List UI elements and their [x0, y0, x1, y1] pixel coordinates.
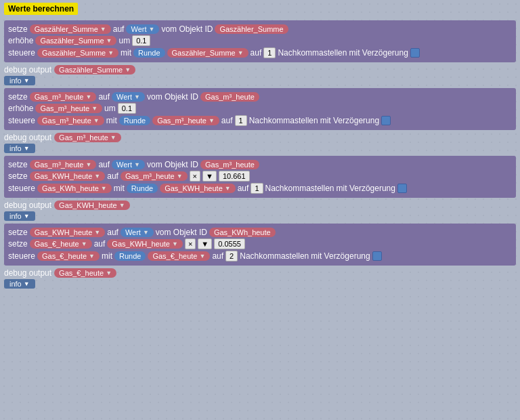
info-row-1: info ▼ — [4, 76, 516, 85]
checkbox-verz-3[interactable] — [397, 184, 407, 193]
debug-label-1: debug output — [4, 65, 51, 75]
pill-objekt-gaszaehler[interactable]: Gaszähler_Summe — [215, 24, 288, 34]
row-steuere-3: steuere Gas_KWh_heute ▼ mit Runde Gas_KW… — [8, 183, 512, 194]
info-button-3[interactable]: info ▼ — [4, 211, 35, 221]
value-0555[interactable]: 0.0555 — [214, 238, 245, 249]
row-setze-4a: setze Gas_KWH_heute ▼ auf Wert ▼ vom Obj… — [8, 228, 512, 237]
pill-gas-euro-4b[interactable]: Gas_€_heute ▼ — [30, 239, 92, 249]
pill-gaszaehler-summe-1[interactable]: Gaszähler_Summe ▼ — [30, 24, 111, 34]
row-setze-1: setze Gaszähler_Summe ▼ auf Wert ▼ vom O… — [8, 24, 512, 34]
label-nachkomma-1: Nachkommastellen — [278, 48, 347, 58]
pill-wert-4a[interactable]: Wert ▼ — [121, 228, 154, 237]
pill-runde-gas-m3[interactable]: Gas_m³_heute ▼ — [152, 116, 219, 125]
pill-wert-3a[interactable]: Wert ▼ — [112, 160, 145, 169]
label-steuere-1: steuere — [8, 48, 35, 58]
label-setze-4b: setze — [8, 239, 28, 249]
row-erhoehe-1: erhöhe Gaszähler_Summe ▼ um 0.1 — [8, 35, 512, 46]
pill-gas-m3-3a[interactable]: Gas_m³_heute ▼ — [30, 160, 97, 169]
info-row-3: info ▼ — [4, 211, 516, 221]
value-2-4[interactable]: 2 — [225, 251, 238, 261]
label-steuere-4: steuere — [8, 251, 35, 261]
pill-steuere-gaszaehler[interactable]: Gaszähler_Summe ▼ — [37, 48, 118, 58]
checkbox-verz-4[interactable] — [372, 251, 382, 261]
pill-runde-4[interactable]: Runde — [114, 251, 146, 261]
label-vom-2: vom Objekt ID — [147, 92, 198, 102]
label-um-2: um — [104, 104, 116, 113]
checkbox-verz-1[interactable] — [410, 48, 420, 58]
label-um-1: um — [118, 36, 130, 45]
label-auf-3b: auf — [107, 171, 118, 181]
label-auf-3a: auf — [98, 160, 110, 169]
pill-runde-gaszaehler[interactable]: Gaszähler_Summe ▼ — [167, 48, 248, 58]
value-01-1[interactable]: 0.1 — [132, 35, 150, 46]
op-multiply-4[interactable]: × — [185, 238, 196, 249]
debug-section-1: debug output Gaszähler_Summe ▼ info ▼ — [4, 65, 516, 85]
row-steuere-1: steuere Gaszähler_Summe ▼ mit Runde Gasz… — [8, 47, 512, 58]
label-mit-3: mit — [114, 184, 125, 193]
label-steuere-2: steuere — [8, 116, 35, 125]
info-button-4[interactable]: info ▼ — [4, 279, 35, 289]
pill-runde-gas-euro[interactable]: Gas_€_heute ▼ — [148, 251, 210, 261]
label-setze-4a: setze — [8, 228, 28, 237]
label-mit-1: mit — [121, 48, 131, 58]
pill-objekt-gas-kwh-4[interactable]: Gas_KWh_heute — [209, 228, 276, 237]
pill-runde-gas-kwh[interactable]: Gas_KWH_heute ▼ — [160, 184, 236, 193]
debug-section-3: debug output Gas_KWH_heute ▼ info ▼ — [4, 201, 516, 221]
pill-runde-1[interactable]: Runde — [133, 48, 165, 58]
label-erhoehe-1: erhöhe — [8, 36, 33, 45]
label-setze-3a: setze — [8, 160, 28, 169]
pill-wert-2[interactable]: Wert ▼ — [112, 92, 145, 102]
pill-runde-3[interactable]: Runde — [127, 184, 158, 193]
pill-gas-m3-3b[interactable]: Gas_m³_heute ▼ — [121, 171, 188, 181]
label-nachkomma-3: Nachkommastellen — [265, 184, 334, 193]
pill-steuere-gas-m3[interactable]: Gas_m³_heute ▼ — [37, 116, 104, 125]
pill-gas-kwh-4b[interactable]: Gas_KWH_heute ▼ — [107, 239, 183, 249]
debug-section-2: debug output Gas_m³_heute ▼ info ▼ — [4, 133, 516, 153]
pill-gas-kwh-3b[interactable]: Gas_KWH_heute ▼ — [30, 171, 106, 181]
pill-steuere-gas-euro[interactable]: Gas_€_heute ▼ — [37, 251, 100, 261]
op-arrow-4[interactable]: ▼ — [198, 238, 212, 249]
value-01-2[interactable]: 0.1 — [118, 103, 136, 114]
label-nachkomma-2: Nachkommastellen — [249, 116, 318, 125]
section-gas-m3: setze Gas_m³_heute ▼ auf Wert ▼ vom Obje… — [4, 88, 516, 130]
pill-objekt-gas-m3-3[interactable]: Gas_m³_heute — [200, 160, 259, 169]
value-1-1[interactable]: 1 — [263, 47, 276, 58]
pill-runde-2[interactable]: Runde — [119, 116, 150, 125]
debug-row-3: debug output Gas_KWH_heute ▼ — [4, 201, 516, 210]
label-mitverz-2: mit Verzögerung — [320, 116, 379, 125]
label-steuere-3: steuere — [8, 184, 35, 193]
section-gas-kwh: setze Gas_m³_heute ▼ auf Wert ▼ vom Obje… — [4, 156, 516, 198]
pill-debug-gaszaehler[interactable]: Gaszähler_Summe ▼ — [54, 65, 135, 75]
value-1-2[interactable]: 1 — [235, 115, 247, 126]
value-1-3[interactable]: 1 — [251, 183, 263, 194]
debug-label-3: debug output — [4, 201, 51, 210]
pill-gas-m3-1[interactable]: Gas_m³_heute ▼ — [30, 92, 97, 102]
op-multiply-3[interactable]: × — [190, 171, 200, 182]
label-mitverz-3: mit Verzögerung — [337, 184, 395, 193]
pill-objekt-gas-m3[interactable]: Gas_m³_heute — [200, 92, 259, 102]
pill-gas-kwh-4a[interactable]: Gas_KWH_heute ▼ — [30, 228, 106, 237]
label-nachkomma-4: Nachkommastellen — [240, 251, 309, 261]
pill-debug-gas-m3[interactable]: Gas_m³_heute ▼ — [54, 133, 121, 142]
pill-erhoehe-gas-m3[interactable]: Gas_m³_heute ▼ — [35, 104, 102, 113]
pill-erhoehe-gaszaehler[interactable]: Gaszähler_Summe ▼ — [35, 36, 116, 45]
label-erhoehe-2: erhöhe — [8, 104, 33, 113]
row-erhoehe-2: erhöhe Gas_m³_heute ▼ um 0.1 — [8, 103, 512, 114]
label-mit-2: mit — [106, 116, 117, 125]
info-button-1[interactable]: info ▼ — [4, 76, 35, 85]
pill-debug-gas-kwh[interactable]: Gas_KWH_heute ▼ — [54, 201, 130, 210]
label-auf-runde-1: auf — [251, 48, 262, 58]
debug-row-2: debug output Gas_m³_heute ▼ — [4, 133, 516, 142]
row-steuere-2: steuere Gas_m³_heute ▼ mit Runde Gas_m³_… — [8, 115, 512, 126]
checkbox-verz-2[interactable] — [381, 116, 391, 125]
value-10661[interactable]: 10.661 — [219, 171, 250, 182]
pill-debug-gas-euro[interactable]: Gas_€_heute ▼ — [54, 268, 116, 278]
pill-steuere-gas-kwh[interactable]: Gas_KWh_heute ▼ — [37, 184, 112, 193]
section-gas-euro: setze Gas_KWH_heute ▼ auf Wert ▼ vom Obj… — [4, 224, 516, 266]
op-arrow-3[interactable]: ▼ — [202, 171, 217, 182]
pill-wert-1[interactable]: Wert ▼ — [126, 24, 159, 34]
info-button-2[interactable]: info ▼ — [4, 144, 35, 153]
info-row-2: info ▼ — [4, 144, 516, 153]
info-row-4: info ▼ — [4, 279, 516, 289]
label-setze-2: setze — [8, 92, 28, 102]
